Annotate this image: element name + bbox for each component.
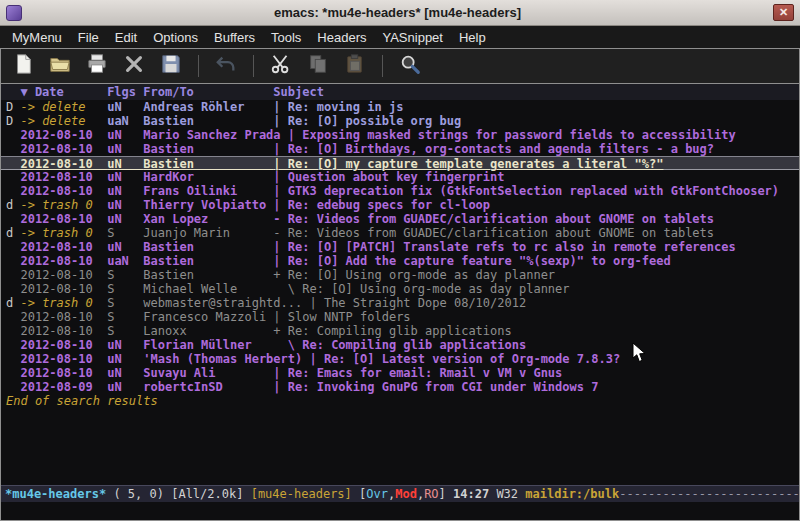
menu-tools[interactable]: Tools: [263, 28, 309, 47]
message-row[interactable]: 2012-08-10 uN Suvayu Ali | Re: Emacs for…: [1, 366, 799, 380]
cell-subject: | Re: edebug specs for cl-loop: [273, 198, 490, 212]
modeline-segment: maildir:/bulk: [525, 487, 619, 501]
cell-flags: S: [107, 296, 143, 310]
message-row[interactable]: 2012-08-10 S Michael Welle \ Re: [O] Usi…: [1, 282, 799, 296]
cell-flags: uN: [107, 338, 143, 352]
message-row[interactable]: 2012-08-10 uN Frans Oilinki | GTK3 depre…: [1, 184, 799, 198]
cell-subject: | Question about key fingerprint: [273, 170, 504, 184]
message-row[interactable]: d -> trash 0 S webmaster@straightd... | …: [1, 296, 799, 310]
toolbar-save-button[interactable]: [157, 52, 185, 80]
cell-flags: uN: [107, 240, 143, 254]
cell-flags: uN: [107, 212, 143, 226]
menu-edit[interactable]: Edit: [107, 28, 145, 47]
cell-from: Bastien: [143, 157, 273, 171]
headers-buffer: ▼ Date Flgs From/To Subject D -> delete …: [1, 84, 799, 485]
cell-flags: uaN: [107, 114, 143, 128]
menu-buffers[interactable]: Buffers: [206, 28, 263, 47]
cell-from: Juanjo Marin: [143, 226, 273, 240]
cell-subject: | Re: Emacs for email: Rmail v VM v Gnus: [273, 366, 562, 380]
cell-subject: | Slow NNTP folders: [273, 310, 410, 324]
message-row[interactable]: 2012-08-10 S Bastien + Re: [O] Using org…: [1, 268, 799, 282]
cell-flags: S: [107, 226, 143, 240]
cell-from: HardKor: [143, 170, 273, 184]
cell-mark: D: [6, 114, 20, 128]
message-row[interactable]: d -> trash 0 uN Thierry Volpiatto | Re: …: [1, 198, 799, 212]
undo-icon: [215, 53, 237, 79]
cell-mark: [6, 170, 20, 184]
print-icon: [86, 53, 108, 79]
cell-flags: uN: [107, 184, 143, 198]
modeline-segment: 14:27: [453, 487, 496, 501]
toolbar-undo-button: [212, 52, 240, 80]
message-row[interactable]: D -> delete uN Andreas Röhler | Re: movi…: [1, 100, 799, 114]
message-row[interactable]: 2012-08-10 S Francesco Mazzoli | Slow NN…: [1, 310, 799, 324]
menu-headers[interactable]: Headers: [309, 28, 374, 47]
message-row[interactable]: 2012-08-10 uN Bastien | Re: [O] [PATCH] …: [1, 240, 799, 254]
cell-mark: [6, 338, 20, 352]
cell-from: webmaster@straightd...: [143, 296, 309, 310]
cell-flags: S: [107, 282, 143, 296]
cell-date: 2012-08-10: [20, 157, 107, 171]
modeline-segment: ----------------------------------------…: [619, 487, 799, 501]
window-title: emacs: *mu4e-headers* [mu4e-headers]: [28, 5, 767, 20]
close-button[interactable]: ✕: [773, 4, 794, 21]
toolbar-open-file-button[interactable]: [46, 52, 74, 80]
message-list: D -> delete uN Andreas Röhler | Re: movi…: [1, 100, 799, 394]
menu-bar: MyMenuFileEditOptionsBuffersToolsHeaders…: [0, 26, 800, 48]
message-row[interactable]: 2012-08-10 S Lanoxx + Re: Compiling glib…: [1, 324, 799, 338]
emacs-icon: [6, 5, 22, 21]
modeline-segment: Mod: [395, 487, 417, 501]
message-row[interactable]: 2012-08-09 uN robertcInSD | Re: Invoking…: [1, 380, 799, 394]
cell-date: 2012-08-10: [20, 254, 107, 268]
message-row[interactable]: d -> trash 0 S Juanjo Marin - Re: Videos…: [1, 226, 799, 240]
cell-flags: uaN: [107, 254, 143, 268]
cell-date: -> trash 0: [20, 296, 107, 310]
header-line: ▼ Date Flgs From/To Subject: [1, 84, 799, 100]
cell-from: Bastien: [143, 114, 273, 128]
menu-file[interactable]: File: [70, 28, 107, 47]
cell-date: -> delete: [20, 114, 107, 128]
cell-subject: | Exposing masked strings for password f…: [288, 128, 736, 142]
modeline-segment: [mu4e-headers]: [251, 487, 359, 501]
toolbar-search-button[interactable]: [396, 52, 424, 80]
cell-from: Suvayu Ali: [143, 366, 273, 380]
cell-from: Michael Welle: [143, 282, 273, 296]
cell-date: -> trash 0: [20, 198, 107, 212]
message-row[interactable]: 2012-08-10 uaN Bastien | Re: [O] Add the…: [1, 254, 799, 268]
cell-date: 2012-08-10: [20, 128, 107, 142]
cell-from: Frans Oilinki: [143, 184, 273, 198]
cell-mark: d: [6, 296, 20, 310]
toolbar-print-button[interactable]: [83, 52, 111, 80]
modeline-segment: W32: [496, 487, 525, 501]
cell-from: Francesco Mazzoli: [143, 310, 273, 324]
cell-from: Thierry Volpiatto: [143, 198, 273, 212]
message-row[interactable]: 2012-08-10 uN Mario Sanchez Prada | Expo…: [1, 128, 799, 142]
menu-yasnippet[interactable]: YASnippet: [374, 28, 450, 47]
cell-from: Lanoxx: [143, 324, 273, 338]
cell-flags: uN: [107, 198, 143, 212]
menu-help[interactable]: Help: [451, 28, 494, 47]
cell-date: 2012-08-10: [20, 282, 107, 296]
modeline-segment: *mu4e-headers*: [5, 487, 106, 501]
toolbar-separator: [382, 55, 383, 77]
message-row[interactable]: 2012-08-10 uN Bastien | Re: [O] Birthday…: [1, 142, 799, 156]
toolbar-separator: [198, 55, 199, 77]
cell-date: 2012-08-10: [20, 324, 107, 338]
menu-options[interactable]: Options: [145, 28, 206, 47]
message-row[interactable]: 2012-08-10 uN Florian Müllner \ Re: Comp…: [1, 338, 799, 352]
message-row[interactable]: 2012-08-10 uN Bastien | Re: [O] my captu…: [1, 156, 799, 170]
cell-mark: [6, 254, 20, 268]
menu-mymenu[interactable]: MyMenu: [4, 28, 70, 47]
toolbar-close-buffer-button[interactable]: [120, 52, 148, 80]
message-row[interactable]: 2012-08-10 uN HardKor | Question about k…: [1, 170, 799, 184]
message-row[interactable]: 2012-08-10 uN Xan Lopez - Re: Videos fro…: [1, 212, 799, 226]
cell-flags: S: [107, 268, 143, 282]
toolbar-cut-button[interactable]: [267, 52, 295, 80]
message-row[interactable]: D -> delete uaN Bastien | Re: [O] possib…: [1, 114, 799, 128]
cell-date: 2012-08-10: [20, 212, 107, 226]
message-row[interactable]: 2012-08-10 uN 'Mash (Thomas Herbert) | R…: [1, 352, 799, 366]
cell-from: robertcInSD: [143, 380, 273, 394]
toolbar-new-file-button[interactable]: [9, 52, 37, 80]
toolbar-paste-button: [341, 52, 369, 80]
minibuffer[interactable]: [1, 502, 799, 520]
